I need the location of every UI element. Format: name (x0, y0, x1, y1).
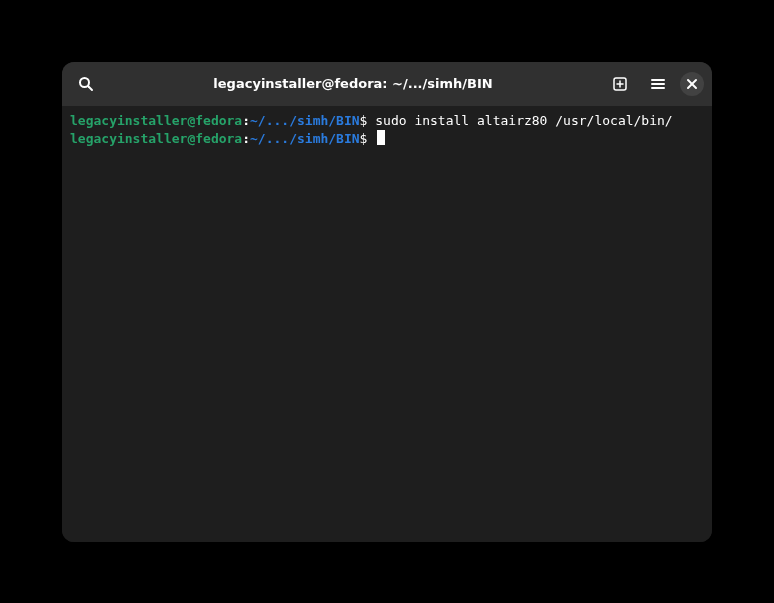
close-button[interactable] (680, 72, 704, 96)
svg-line-1 (89, 86, 93, 90)
prompt-user: legacyinstaller@fedora (70, 130, 242, 148)
command-text: sudo install altairz80 /usr/local/bin/ (375, 112, 672, 130)
search-icon (78, 76, 94, 92)
terminal-line: legacyinstaller@fedora:~/.../simh/BIN$ s… (70, 112, 704, 130)
prompt-dollar: $ (360, 112, 376, 130)
plus-square-icon (612, 76, 628, 92)
prompt-colon: : (242, 130, 250, 148)
terminal-body[interactable]: legacyinstaller@fedora:~/.../simh/BIN$ s… (62, 106, 712, 542)
prompt-path: ~/.../simh/BIN (250, 130, 360, 148)
hamburger-icon (650, 76, 666, 92)
titlebar: legacyinstaller@fedora: ~/.../simh/BIN (62, 62, 712, 106)
svg-point-0 (80, 78, 89, 87)
titlebar-controls (604, 68, 704, 100)
menu-button[interactable] (642, 68, 674, 100)
window-title: legacyinstaller@fedora: ~/.../simh/BIN (108, 76, 598, 91)
search-button[interactable] (70, 68, 102, 100)
prompt-path: ~/.../simh/BIN (250, 112, 360, 130)
close-icon (686, 78, 698, 90)
prompt-colon: : (242, 112, 250, 130)
prompt-dollar: $ (360, 130, 376, 148)
terminal-line: legacyinstaller@fedora:~/.../simh/BIN$ (70, 130, 704, 148)
terminal-window: legacyinstaller@fedora: ~/.../simh/BIN (62, 62, 712, 542)
prompt-user: legacyinstaller@fedora (70, 112, 242, 130)
new-tab-button[interactable] (604, 68, 636, 100)
cursor (377, 130, 385, 145)
